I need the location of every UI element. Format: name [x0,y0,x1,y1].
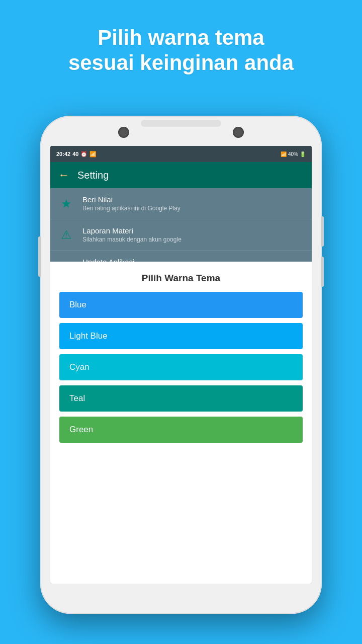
star-icon: ★ [58,196,74,212]
status-right: 📶 40% 🔋 [281,151,306,157]
status-time: 20:42 [56,151,70,157]
setting-title-rate: Beri Nilai [82,195,304,204]
color-dialog: Pilih Warna Tema Blue Light Blue Cyan Te… [50,262,312,584]
alarm-icon: ⏰ [80,151,87,157]
app-bar: ← Setting [50,162,312,188]
header-line2: sesuai keinginan anda [68,51,294,74]
camera-left-icon [118,127,129,138]
color-option-green[interactable]: Green [59,417,303,443]
volume-left-button [38,236,41,277]
volume-button [321,257,324,287]
power-button [321,216,324,247]
signal-icon: 📶 [281,151,287,157]
status-left: 20:42 40 ⏰ 📶 [56,151,97,157]
color-option-teal[interactable]: Teal [59,385,303,412]
status-notif: 40 [72,151,78,157]
setting-item-rate[interactable]: ★ Beri Nilai Beri rating aplikasi ini di… [50,188,312,219]
setting-item-report[interactable]: ⚠ Laporan Materi Silahkan masuk dengan a… [50,219,312,251]
status-bar: 20:42 40 ⏰ 📶 📶 40% 🔋 [50,146,312,162]
phone-shell: 20:42 40 ⏰ 📶 📶 40% 🔋 ← Setting [40,116,322,614]
setting-subtitle-rate: Beri rating aplikasi ini di Google Play [82,205,304,212]
camera-right-icon [233,127,244,138]
battery-text: 40% [288,151,298,157]
header-text: Pilih warna tema sesuai keinginan anda [0,25,362,76]
app-bar-title: Setting [77,170,109,181]
setting-title-report: Laporan Materi [82,226,304,235]
color-option-cyan[interactable]: Cyan [59,354,303,380]
setting-text-report: Laporan Materi Silahkan masuk dengan aku… [82,226,304,243]
setting-text-rate: Beri Nilai Beri rating aplikasi ini di G… [82,195,304,212]
battery-icon: 🔋 [300,151,306,157]
phone-mockup: 20:42 40 ⏰ 📶 📶 40% 🔋 ← Setting [40,116,322,614]
color-option-light-blue[interactable]: Light Blue [59,323,303,349]
wifi-icon: 📶 [89,151,97,157]
warning-icon: ⚠ [58,227,74,243]
color-option-blue[interactable]: Blue [59,292,303,318]
phone-screen: 20:42 40 ⏰ 📶 📶 40% 🔋 ← Setting [50,146,312,584]
header-line1: Pilih warna tema [98,26,264,49]
dialog-title: Pilih Warna Tema [50,262,312,292]
setting-subtitle-report: Silahkan masuk dengan akun google [82,236,304,243]
back-button[interactable]: ← [58,170,69,181]
